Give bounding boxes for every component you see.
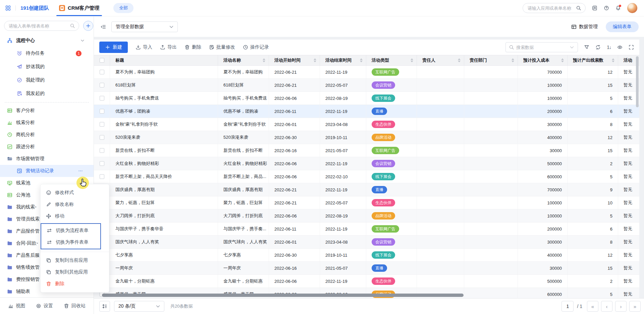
table-row[interactable]: 国庆气球向，人人有奖国庆气球向，人人有奖2022-06-012023-04-08…	[94, 236, 639, 249]
table-search-input[interactable]	[516, 45, 567, 50]
tab-crm-app[interactable]: CRM客户管理	[57, 0, 101, 16]
column-header-活动名称[interactable]: 活动名称	[218, 55, 269, 65]
cell-title[interactable]: 抽号购买，手机免费送	[110, 92, 218, 105]
app-launcher-icon[interactable]	[5, 5, 11, 11]
fullscreen-icon[interactable]	[629, 45, 634, 50]
sidebar-search[interactable]	[4, 21, 79, 31]
cell-title[interactable]: 新货在线，折扣不断	[110, 144, 218, 157]
sidebar-item-客户分析[interactable]: 客户分析	[0, 105, 94, 117]
chevron-down-icon[interactable]	[80, 38, 85, 43]
table-row[interactable]: 618巨划算618巨划算2022-06-212022-05-07会议营销1000…	[94, 79, 639, 92]
context-menu-item-复制到其他应用[interactable]: 复制到其他应用	[41, 266, 109, 278]
sidebar-item-跟进分析[interactable]: 跟进分析	[0, 141, 94, 153]
column-header-责任人[interactable]: 责任人	[417, 55, 464, 65]
table-row[interactable]: 火红金秋，购物好精彩火红金秋，购物好精彩2022-06-062022-11-19…	[94, 157, 639, 170]
sort-arrows-icon[interactable]	[612, 58, 614, 62]
context-menu-item-删除[interactable]: 删除	[41, 278, 109, 290]
page-input[interactable]: 1	[561, 301, 574, 312]
column-header-活动开始时间[interactable]: 活动开始时间	[269, 55, 320, 65]
toolbar-删除-button[interactable]: 删除	[184, 44, 201, 50]
table-search[interactable]	[505, 42, 578, 52]
sort-arrows-icon[interactable]	[561, 58, 564, 62]
sort-arrows-icon[interactable]	[263, 58, 265, 62]
sidebar-footer-视图[interactable]: 视图	[8, 303, 25, 309]
sort-icon[interactable]: 1↓	[607, 45, 611, 50]
last-page-button[interactable]: »	[629, 301, 641, 312]
table-row[interactable]: 聚力，钜惠，巨划算聚力，钜惠，巨划算2022-06-212022-05-07生态…	[94, 196, 639, 209]
filter-icon[interactable]	[584, 45, 589, 50]
cell-title[interactable]: 新货不断上架，商品天天降价	[110, 170, 218, 183]
toolbar-批量修改-button[interactable]: 批量修改	[209, 44, 235, 50]
cell-title[interactable]: 金秋"豪"礼拿到你手软	[110, 118, 218, 131]
table-row[interactable]: 金秋"豪"礼拿到你手软金秋"豪"礼拿到你手软2022-06-012023-04-…	[94, 118, 639, 131]
row-checkbox[interactable]	[100, 148, 104, 153]
add-form-button[interactable]	[83, 21, 93, 31]
sidebar-item-抄送我的[interactable]: 抄送我的	[0, 60, 94, 73]
table-row[interactable]: 与国庆甲子，携手奏华音与国庆甲子，携手奏...2022-06-112022-11…	[94, 223, 639, 236]
table-row[interactable]: 大刀阔斧，打折到底大刀阔斧，打折到底2022-06-062022-08-19品牌…	[94, 209, 639, 223]
sidebar-item-待办任务[interactable]: 待办任务1	[0, 47, 94, 60]
context-menu-item-复制到当前应用[interactable]: 复制到当前应用	[41, 254, 109, 266]
cell-title[interactable]: 七夕享惠	[110, 249, 218, 261]
column-header-预计产出线索数[interactable]: 预计产出线索数	[568, 55, 618, 65]
cell-title[interactable]: 国庆盛典，厚惠有期	[110, 183, 218, 196]
cell-title[interactable]: 金九银十，分期钜惠	[110, 275, 218, 288]
table-row[interactable]: 优惠不够，团购凑优惠不够，团购凑2022-06-112022-11-19直播20…	[94, 105, 639, 118]
vertical-scrollbar[interactable]	[636, 56, 639, 107]
table-row[interactable]: 新货不断上架，商品天天降价新货不断上架，商品...2022-06-062022-…	[94, 170, 639, 183]
row-checkbox[interactable]	[100, 109, 104, 114]
more-actions-icon[interactable]	[78, 169, 83, 173]
edit-form-button[interactable]: 编辑表单	[606, 21, 639, 32]
table-row[interactable]: 金九银十，分期钜惠金九银十，分期钜惠2022-06-062022-11-19生态…	[94, 275, 639, 288]
help-icon[interactable]	[604, 5, 609, 11]
column-header-标题[interactable]: 标题	[110, 55, 218, 65]
sidebar-item-我处理的[interactable]: 我处理的	[0, 73, 94, 87]
toolbar-操作记录-button[interactable]: 操作记录	[243, 44, 269, 50]
column-header-责任部门[interactable]: 责任部门	[464, 55, 518, 65]
sidebar-footer-设置[interactable]: 设置	[36, 303, 53, 309]
contacts-icon[interactable]	[592, 5, 597, 11]
column-visibility-icon[interactable]	[617, 45, 623, 50]
column-header-活动结束时间[interactable]: 活动结束时间	[320, 55, 366, 65]
horizontal-scrollbar[interactable]	[102, 294, 464, 297]
refresh-icon[interactable]	[595, 45, 601, 50]
context-menu-item-切换为事件表单[interactable]: 切换为事件表单	[41, 236, 100, 248]
table-row[interactable]: 抽号购买，手机免费送抽号购买，手机免费送2022-06-062022-08-19…	[94, 92, 639, 105]
row-checkbox[interactable]	[100, 122, 104, 127]
table-row[interactable]: 一周年庆一周年庆2022-06-162021-05-07直播3000015暂无	[94, 262, 639, 275]
sort-arrows-icon[interactable]	[458, 58, 461, 62]
cell-title[interactable]: 火红金秋，购物好精彩	[110, 157, 218, 170]
row-checkbox[interactable]	[100, 96, 104, 101]
notifications-icon[interactable]	[615, 5, 621, 11]
cell-title[interactable]: 优惠不够，团购凑	[110, 105, 218, 118]
data-view-selector[interactable]: 管理全部数据	[111, 21, 178, 32]
column-header-预计投入成本[interactable]: 预计投入成本	[518, 55, 568, 65]
cell-title[interactable]: 大刀阔斧，打折到底	[110, 209, 218, 222]
cell-title[interactable]: 聚力，钜惠，巨划算	[110, 196, 218, 209]
table-row[interactable]: 国庆盛典，厚惠有期国庆盛典，厚惠有期2022-06-212022-11-19直播…	[94, 183, 639, 196]
global-search[interactable]	[523, 3, 586, 13]
new-record-button[interactable]: 新建	[99, 42, 128, 53]
column-header-活动类型[interactable]: 活动类型	[366, 55, 417, 65]
prev-page-button[interactable]: ‹	[601, 301, 612, 312]
team-name[interactable]: 191创建团队	[20, 5, 49, 11]
sidebar-item-我发起的[interactable]: 我发起的	[0, 87, 94, 100]
sort-arrows-icon[interactable]	[512, 58, 514, 62]
toolbar-导入-button[interactable]: 导入	[136, 44, 152, 50]
row-checkbox[interactable]	[100, 135, 104, 140]
cell-title[interactable]: 夏不为例，幸福团购	[110, 66, 218, 78]
cell-title[interactable]: 618巨划算	[110, 79, 218, 91]
context-menu-item-切换为流程表单[interactable]: 切换为流程表单	[41, 225, 100, 236]
context-menu-item-移动[interactable]: 移动	[41, 210, 109, 222]
sort-arrows-icon[interactable]	[314, 58, 316, 62]
row-checkbox[interactable]	[100, 174, 104, 179]
toolbar-导出-button[interactable]: 导出	[160, 44, 177, 50]
context-menu-item-修改样式[interactable]: 修改样式	[41, 187, 109, 198]
sort-arrows-icon[interactable]	[360, 58, 363, 62]
cell-title[interactable]: 国庆气球向，人人有奖	[110, 236, 218, 248]
sidebar-item-流程中心[interactable]: 流程中心	[0, 35, 94, 47]
sidebar-item-商机分析[interactable]: 商机分析	[0, 129, 94, 141]
sidebar-footer-回收站[interactable]: 回收站	[64, 303, 86, 309]
sidebar-search-input[interactable]	[9, 23, 68, 28]
context-menu-item-修改名称[interactable]: 修改名称	[41, 198, 109, 210]
